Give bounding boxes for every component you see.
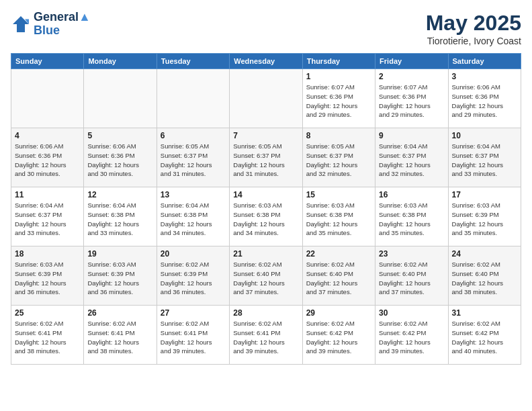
day-number: 7 [233, 131, 298, 140]
day-number: 27 [161, 308, 226, 318]
day-info: Sunrise: 6:05 AMSunset: 6:37 PMDaylight:… [306, 142, 371, 179]
calendar-cell: 26Sunrise: 6:02 AMSunset: 6:41 PMDayligh… [84, 306, 157, 365]
day-number: 28 [233, 308, 298, 318]
day-info: Sunrise: 6:07 AMSunset: 6:36 PMDaylight:… [306, 83, 371, 120]
logo-text: General▲ Blue [34, 11, 91, 38]
calendar-week-4: 18Sunrise: 6:03 AMSunset: 6:39 PMDayligh… [11, 246, 521, 306]
day-number: 15 [306, 190, 371, 199]
day-info: Sunrise: 6:06 AMSunset: 6:36 PMDaylight:… [452, 83, 517, 120]
day-number: 18 [15, 249, 80, 259]
calendar-cell: 7Sunrise: 6:05 AMSunset: 6:37 PMDaylight… [230, 128, 302, 187]
day-number: 12 [87, 190, 152, 199]
day-info: Sunrise: 6:03 AMSunset: 6:38 PMDaylight:… [306, 201, 371, 238]
calendar-cell: 17Sunrise: 6:03 AMSunset: 6:39 PMDayligh… [448, 187, 521, 246]
calendar-cell [84, 69, 157, 128]
calendar-cell: 5Sunrise: 6:06 AMSunset: 6:36 PMDaylight… [84, 128, 157, 187]
day-number: 3 [452, 72, 517, 81]
logo: General▲ Blue [11, 11, 91, 38]
day-info: Sunrise: 6:02 AMSunset: 6:42 PMDaylight:… [306, 319, 371, 356]
calendar-cell: 25Sunrise: 6:02 AMSunset: 6:41 PMDayligh… [11, 306, 84, 365]
day-number: 14 [233, 190, 298, 199]
day-info: Sunrise: 6:04 AMSunset: 6:38 PMDaylight:… [87, 201, 152, 238]
day-number: 5 [87, 131, 152, 140]
calendar-cell [157, 69, 229, 128]
calendar-cell: 12Sunrise: 6:04 AMSunset: 6:38 PMDayligh… [84, 187, 157, 246]
month-title: May 2025 [426, 11, 521, 36]
day-info: Sunrise: 6:04 AMSunset: 6:37 PMDaylight:… [379, 142, 444, 179]
day-number: 20 [161, 249, 226, 259]
calendar-cell: 14Sunrise: 6:03 AMSunset: 6:38 PMDayligh… [230, 187, 302, 246]
day-info: Sunrise: 6:04 AMSunset: 6:37 PMDaylight:… [15, 201, 80, 238]
day-number: 26 [87, 308, 152, 318]
calendar-cell: 18Sunrise: 6:03 AMSunset: 6:39 PMDayligh… [11, 246, 84, 306]
day-header-thursday: Thursday [302, 54, 375, 69]
calendar-cell: 10Sunrise: 6:04 AMSunset: 6:37 PMDayligh… [448, 128, 521, 187]
day-header-sunday: Sunday [11, 54, 84, 69]
day-info: Sunrise: 6:03 AMSunset: 6:39 PMDaylight:… [15, 260, 80, 297]
day-number: 2 [379, 72, 444, 81]
day-info: Sunrise: 6:05 AMSunset: 6:37 PMDaylight:… [161, 142, 226, 179]
day-header-friday: Friday [375, 54, 448, 69]
calendar-cell: 29Sunrise: 6:02 AMSunset: 6:42 PMDayligh… [302, 306, 375, 365]
calendar-header-row: SundayMondayTuesdayWednesdayThursdayFrid… [11, 54, 521, 69]
day-number: 30 [379, 308, 444, 318]
day-info: Sunrise: 6:03 AMSunset: 6:39 PMDaylight:… [87, 260, 152, 297]
calendar-cell: 31Sunrise: 6:02 AMSunset: 6:42 PMDayligh… [448, 306, 521, 365]
day-info: Sunrise: 6:02 AMSunset: 6:40 PMDaylight:… [233, 260, 298, 297]
day-info: Sunrise: 6:02 AMSunset: 6:40 PMDaylight:… [379, 260, 444, 297]
day-info: Sunrise: 6:02 AMSunset: 6:42 PMDaylight:… [379, 319, 444, 356]
calendar-cell: 30Sunrise: 6:02 AMSunset: 6:42 PMDayligh… [375, 306, 448, 365]
day-number: 10 [452, 131, 517, 140]
day-number: 31 [452, 308, 517, 318]
calendar-cell: 1Sunrise: 6:07 AMSunset: 6:36 PMDaylight… [302, 69, 375, 128]
day-header-monday: Monday [84, 54, 157, 69]
day-number: 17 [452, 190, 517, 199]
calendar-cell: 21Sunrise: 6:02 AMSunset: 6:40 PMDayligh… [230, 246, 302, 306]
day-number: 13 [161, 190, 226, 199]
day-number: 1 [306, 72, 371, 81]
calendar: SundayMondayTuesdayWednesdayThursdayFrid… [11, 53, 521, 365]
day-info: Sunrise: 6:03 AMSunset: 6:38 PMDaylight:… [233, 201, 298, 238]
day-info: Sunrise: 6:04 AMSunset: 6:37 PMDaylight:… [452, 142, 517, 179]
calendar-week-1: 1Sunrise: 6:07 AMSunset: 6:36 PMDaylight… [11, 69, 521, 128]
calendar-cell: 23Sunrise: 6:02 AMSunset: 6:40 PMDayligh… [375, 246, 448, 306]
calendar-cell: 8Sunrise: 6:05 AMSunset: 6:37 PMDaylight… [302, 128, 375, 187]
day-info: Sunrise: 6:03 AMSunset: 6:39 PMDaylight:… [452, 201, 517, 238]
day-header-tuesday: Tuesday [157, 54, 229, 69]
calendar-cell: 2Sunrise: 6:07 AMSunset: 6:36 PMDaylight… [375, 69, 448, 128]
day-number: 22 [306, 249, 371, 259]
day-number: 23 [379, 249, 444, 259]
day-number: 24 [452, 249, 517, 259]
day-info: Sunrise: 6:04 AMSunset: 6:38 PMDaylight:… [161, 201, 226, 238]
title-block: May 2025 Tiorotierie, Ivory Coast [426, 11, 521, 46]
day-info: Sunrise: 6:02 AMSunset: 6:40 PMDaylight:… [452, 260, 517, 297]
day-number: 21 [233, 249, 298, 259]
calendar-cell [230, 69, 302, 128]
day-info: Sunrise: 6:02 AMSunset: 6:41 PMDaylight:… [161, 319, 226, 356]
day-info: Sunrise: 6:06 AMSunset: 6:36 PMDaylight:… [87, 142, 152, 179]
day-number: 25 [15, 308, 80, 318]
day-header-saturday: Saturday [448, 54, 521, 69]
calendar-cell: 15Sunrise: 6:03 AMSunset: 6:38 PMDayligh… [302, 187, 375, 246]
day-number: 9 [379, 131, 444, 140]
calendar-week-5: 25Sunrise: 6:02 AMSunset: 6:41 PMDayligh… [11, 306, 521, 365]
calendar-cell: 22Sunrise: 6:02 AMSunset: 6:40 PMDayligh… [302, 246, 375, 306]
day-info: Sunrise: 6:02 AMSunset: 6:40 PMDaylight:… [306, 260, 371, 297]
calendar-cell: 4Sunrise: 6:06 AMSunset: 6:36 PMDaylight… [11, 128, 84, 187]
calendar-cell: 13Sunrise: 6:04 AMSunset: 6:38 PMDayligh… [157, 187, 229, 246]
day-info: Sunrise: 6:02 AMSunset: 6:41 PMDaylight:… [15, 319, 80, 356]
day-info: Sunrise: 6:02 AMSunset: 6:42 PMDaylight:… [452, 319, 517, 356]
day-number: 29 [306, 308, 371, 318]
location: Tiorotierie, Ivory Coast [426, 36, 521, 46]
day-info: Sunrise: 6:02 AMSunset: 6:41 PMDaylight:… [233, 319, 298, 356]
calendar-cell: 9Sunrise: 6:04 AMSunset: 6:37 PMDaylight… [375, 128, 448, 187]
calendar-cell: 27Sunrise: 6:02 AMSunset: 6:41 PMDayligh… [157, 306, 229, 365]
day-header-wednesday: Wednesday [230, 54, 302, 69]
day-number: 19 [87, 249, 152, 259]
calendar-week-3: 11Sunrise: 6:04 AMSunset: 6:37 PMDayligh… [11, 187, 521, 246]
calendar-cell: 11Sunrise: 6:04 AMSunset: 6:37 PMDayligh… [11, 187, 84, 246]
calendar-cell: 24Sunrise: 6:02 AMSunset: 6:40 PMDayligh… [448, 246, 521, 306]
logo-icon [11, 14, 31, 34]
day-info: Sunrise: 6:02 AMSunset: 6:39 PMDaylight:… [161, 260, 226, 297]
day-info: Sunrise: 6:05 AMSunset: 6:37 PMDaylight:… [233, 142, 298, 179]
